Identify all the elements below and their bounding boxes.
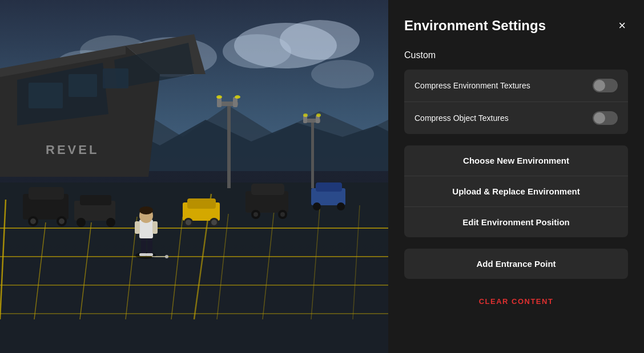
svg-point-68 <box>337 202 345 210</box>
svg-point-46 <box>316 113 321 117</box>
add-entrance-point-button[interactable]: Add Entrance Point <box>404 249 628 279</box>
scene-background: REVEL <box>0 0 388 353</box>
upload-replace-env-button[interactable]: Upload & Replace Environment <box>404 176 628 207</box>
svg-rect-60 <box>251 184 284 195</box>
svg-point-52 <box>211 220 217 225</box>
svg-rect-66 <box>316 182 342 192</box>
choose-new-env-button[interactable]: Choose New Environment <box>404 145 628 176</box>
entrance-group: Add Entrance Point <box>404 249 628 279</box>
panel-title: Environment Settings <box>404 18 546 34</box>
svg-point-45 <box>303 113 308 117</box>
environment-actions-group: Choose New Environment Upload & Replace … <box>404 145 628 237</box>
svg-rect-79 <box>135 221 140 234</box>
scene-svg: REVEL <box>0 0 388 353</box>
svg-point-82 <box>139 206 153 214</box>
settings-panel: Environment Settings × Custom Compress E… <box>388 0 644 353</box>
toggle-label-obj: Compress Object Textures <box>414 113 509 123</box>
svg-rect-77 <box>146 253 153 256</box>
edit-env-position-button[interactable]: Edit Environment Position <box>404 207 628 237</box>
svg-point-39 <box>216 95 222 99</box>
scene-viewport: REVEL <box>0 0 388 353</box>
section-label-custom: Custom <box>404 50 628 60</box>
svg-point-56 <box>30 218 36 224</box>
svg-rect-74 <box>141 237 146 255</box>
toggle-label-env: Compress Environment Textures <box>414 81 530 90</box>
svg-point-71 <box>77 218 86 227</box>
svg-rect-31 <box>69 74 97 97</box>
svg-rect-35 <box>227 103 231 188</box>
svg-rect-80 <box>152 221 158 234</box>
toggles-group: Compress Environment Textures Compress O… <box>404 70 628 134</box>
svg-point-84 <box>165 255 168 258</box>
svg-rect-75 <box>147 237 152 255</box>
svg-rect-41 <box>311 120 314 188</box>
toggle-knob-env <box>594 80 605 91</box>
svg-rect-32 <box>103 68 128 88</box>
toggle-row-env-textures: Compress Environment Textures <box>404 70 628 102</box>
close-button[interactable]: × <box>616 17 628 34</box>
svg-rect-70 <box>80 195 111 205</box>
svg-point-64 <box>280 212 285 217</box>
svg-point-67 <box>313 202 321 210</box>
toggle-env-textures[interactable] <box>593 79 618 92</box>
clear-content-button[interactable]: CLEAR CONTENT <box>404 293 628 310</box>
toggle-knob-obj <box>594 112 605 124</box>
panel-header: Environment Settings × <box>404 17 628 34</box>
svg-point-50 <box>186 220 191 225</box>
svg-point-3 <box>223 34 291 68</box>
toggle-obj-textures[interactable] <box>593 111 618 125</box>
toggle-row-obj-textures: Compress Object Textures <box>404 102 628 134</box>
svg-point-7 <box>311 60 374 88</box>
svg-point-40 <box>235 95 240 99</box>
svg-point-62 <box>253 212 258 217</box>
svg-rect-30 <box>29 83 63 108</box>
svg-text:REVEL: REVEL <box>46 143 99 157</box>
svg-point-72 <box>106 218 115 227</box>
svg-rect-54 <box>29 187 64 200</box>
svg-point-58 <box>59 218 65 224</box>
svg-point-2 <box>280 20 360 60</box>
svg-rect-48 <box>187 198 216 209</box>
